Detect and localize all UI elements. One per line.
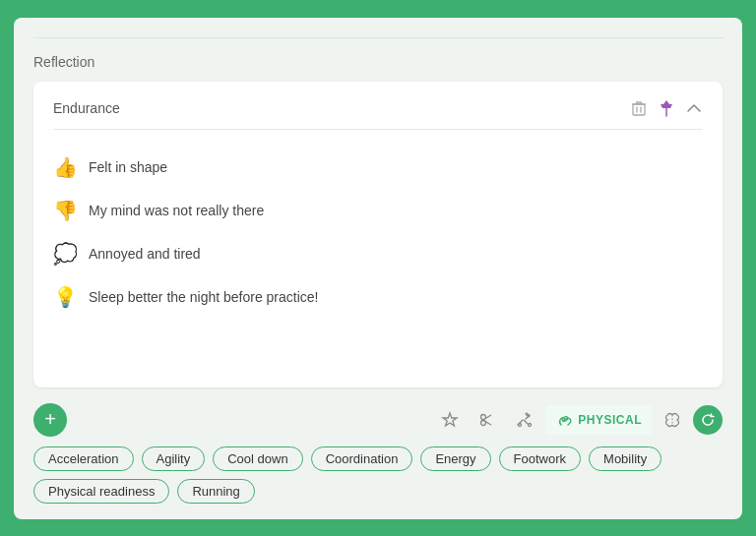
svg-point-2 — [481, 420, 486, 425]
add-button[interactable]: + — [33, 403, 67, 437]
scissors-icon — [478, 411, 496, 429]
thought-icon: 💭 — [53, 242, 77, 266]
pin-button[interactable] — [658, 97, 675, 119]
toolbar-right: PHYSICAL — [433, 405, 723, 435]
svg-point-1 — [481, 414, 486, 419]
card-header: Endurance — [53, 97, 703, 130]
chevron-up-icon — [687, 103, 701, 113]
reflection-item-3: 💭 Annoyed and tired — [53, 232, 703, 275]
toolbar: + — [33, 403, 723, 437]
star-icon — [441, 411, 459, 429]
svg-point-3 — [519, 423, 522, 426]
tags-row: AccelerationAgilityCool downCoordination… — [33, 447, 723, 504]
reflection-item-2: 👎 My mind was not really there — [53, 189, 703, 232]
reflection-text-4: Sleep better the night before practice! — [89, 289, 318, 305]
scissors-button[interactable] — [471, 405, 504, 435]
card-header-icons — [630, 97, 703, 119]
tag-item[interactable]: Acceleration — [33, 447, 134, 471]
brain-icon — [663, 411, 681, 429]
tag-item[interactable]: Energy — [420, 447, 490, 471]
refresh-button[interactable] — [693, 405, 723, 435]
star-button[interactable] — [433, 405, 467, 435]
reflection-card: Endurance — [33, 82, 723, 387]
physical-label: PHYSICAL — [578, 413, 642, 427]
main-container: Reflection Endurance — [14, 18, 742, 519]
tag-item[interactable]: Physical readiness — [33, 479, 169, 504]
reflection-item-4: 💡 Sleep better the night before practice… — [53, 275, 703, 319]
reflection-text-2: My mind was not really there — [89, 203, 264, 218]
svg-rect-0 — [633, 104, 645, 115]
refresh-icon — [701, 413, 715, 427]
svg-point-4 — [529, 423, 532, 426]
add-icon: + — [44, 408, 56, 431]
pin-icon — [660, 99, 673, 117]
thumbs-down-icon: 👎 — [53, 199, 77, 222]
thumbs-up-icon: 👍 — [53, 155, 77, 179]
tag-item[interactable]: Cool down — [213, 447, 302, 471]
tools-button[interactable] — [508, 405, 541, 435]
tag-item[interactable]: Mobility — [589, 447, 662, 471]
delete-button[interactable] — [630, 98, 648, 118]
brain-button[interactable] — [656, 405, 689, 435]
tag-item[interactable]: Agility — [142, 447, 206, 471]
tag-item[interactable]: Footwork — [499, 447, 581, 471]
tag-item[interactable]: Running — [177, 479, 254, 504]
collapse-button[interactable] — [685, 101, 703, 115]
trash-icon — [632, 100, 646, 116]
bottom-area: + — [33, 403, 723, 504]
reflection-item-1: 👍 Felt in shape — [53, 146, 703, 189]
physical-button[interactable]: PHYSICAL — [545, 405, 652, 435]
tag-item[interactable]: Coordination — [311, 447, 413, 471]
card-title: Endurance — [53, 100, 120, 116]
tools-icon — [516, 411, 534, 429]
muscle-icon — [555, 411, 573, 429]
reflection-text-1: Felt in shape — [89, 159, 167, 175]
lightbulb-icon: 💡 — [53, 285, 77, 309]
section-label: Reflection — [33, 54, 723, 70]
reflection-text-3: Annoyed and tired — [89, 246, 201, 262]
top-divider — [33, 37, 723, 38]
